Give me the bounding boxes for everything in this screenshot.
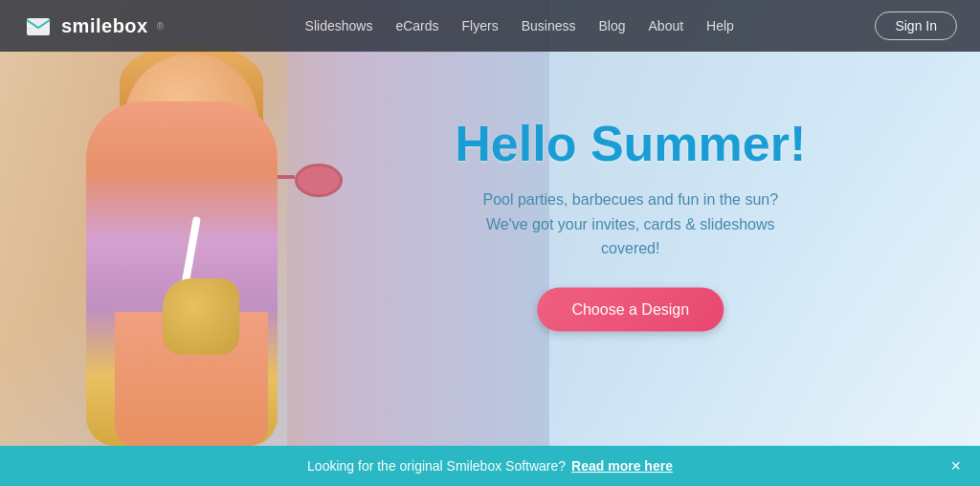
nav-flyers[interactable]: Flyers — [462, 18, 499, 33]
nav-links: Slideshows eCards Flyers Business Blog A… — [305, 18, 734, 33]
logo-text: smilebox — [61, 15, 148, 37]
bottom-banner: Looking for the original Smilebox Softwa… — [0, 446, 980, 486]
hero-title: Hello Summer! — [455, 115, 806, 172]
navbar: smilebox® Slideshows eCards Flyers Busin… — [0, 0, 980, 52]
choose-design-button[interactable]: Choose a Design — [537, 287, 724, 331]
nav-business[interactable]: Business — [522, 18, 576, 33]
lens-right — [295, 164, 343, 197]
coconut-drink — [163, 278, 239, 355]
nav-about[interactable]: About — [649, 18, 684, 33]
hero-content: Hello Summer! Pool parties, barbecues an… — [455, 115, 806, 332]
banner-text: Looking for the original Smilebox Softwa… — [307, 458, 566, 474]
signin-button[interactable]: Sign In — [875, 11, 957, 40]
logo-icon — [23, 11, 54, 41]
nav-slideshows[interactable]: Slideshows — [305, 18, 373, 33]
logo-area: smilebox® — [23, 11, 164, 41]
hero-subtitle: Pool parties, barbecues and fun in the s… — [455, 188, 806, 261]
nav-ecards[interactable]: eCards — [395, 18, 438, 33]
hero-subtitle-line1: Pool parties, barbecues and fun in the s… — [482, 191, 778, 208]
hero-section: Hello Summer! Pool parties, barbecues an… — [0, 0, 980, 446]
hero-subtitle-line2: We've got your invites, cards & slidesho… — [486, 215, 775, 232]
banner-link[interactable]: Read more here — [571, 458, 673, 474]
glass-bridge — [276, 175, 295, 179]
nav-blog[interactable]: Blog — [598, 18, 625, 33]
logo-trademark: ® — [157, 21, 164, 32]
nav-help[interactable]: Help — [706, 18, 734, 33]
hero-subtitle-line3: covered! — [601, 240, 659, 256]
banner-close-button[interactable]: × — [950, 457, 961, 475]
child-illustration — [29, 25, 392, 446]
